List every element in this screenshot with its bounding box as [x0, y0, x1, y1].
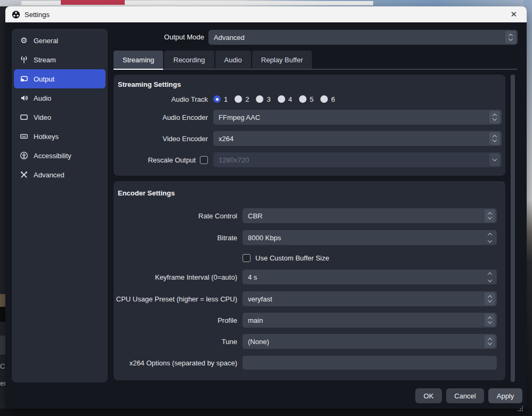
resize-grip[interactable] [518, 404, 523, 409]
sidebar-item-audio[interactable]: Audio [14, 88, 106, 108]
bitrate-label: Bitrate [114, 234, 237, 242]
bitrate-spinbox[interactable]: 8000 Kbps [243, 230, 497, 245]
radio-track-5[interactable] [299, 95, 307, 103]
tune-select[interactable]: (None) [243, 334, 497, 349]
radio-track-6[interactable] [320, 95, 328, 103]
close-button[interactable]: ✕ [507, 9, 520, 20]
tools-icon [20, 170, 28, 179]
chevron-down-icon [509, 36, 513, 40]
background-red-bar [61, 0, 125, 5]
chevron-up-icon [488, 272, 492, 276]
display-icon [20, 113, 28, 121]
sidebar-item-video[interactable]: Video [14, 108, 106, 127]
tab-audio[interactable]: Audio [215, 51, 251, 69]
bitrate-value: 8000 Kbps [243, 234, 483, 242]
desktop-background-bottom [0, 409, 532, 416]
radio-track-4[interactable] [278, 95, 285, 103]
radio-label: 1 [224, 95, 228, 103]
radio-label: 2 [245, 95, 249, 103]
x264-options-input[interactable] [243, 356, 497, 370]
encoder-settings-panel: Encoder Settings Rate Control CBR Bitrat… [114, 181, 505, 380]
sidebar-item-stream[interactable]: Stream [14, 50, 106, 69]
rescale-output-row: Rescale Output 1280x720 [114, 153, 502, 167]
section-title: Encoder Settings [114, 189, 505, 197]
radio-label: 5 [310, 95, 313, 103]
spin-buttons [483, 272, 497, 282]
combo-spinner [489, 111, 500, 124]
x264-options-cell [243, 356, 497, 370]
video-encoder-row: Video Encoder x264 [114, 132, 502, 145]
radio-track-2[interactable] [235, 95, 242, 103]
title-bar[interactable]: Settings ✕ [5, 6, 527, 22]
custom-buffer-checkbox[interactable] [243, 254, 251, 262]
output-mode-label: Output Mode [114, 33, 204, 41]
sidebar-item-label: Hotkeys [34, 133, 59, 141]
tab-recording[interactable]: Recording [164, 51, 214, 69]
tune-value: (None) [243, 338, 485, 346]
audio-encoder-select[interactable]: FFmpeg AAC [213, 110, 502, 125]
sidebar-item-general[interactable]: ⚙ General [14, 31, 106, 50]
combo-spinner [505, 31, 516, 44]
sidebar: ⚙ General Stream Output Audio [12, 29, 108, 382]
rescale-resolution-select[interactable]: 1280x720 [213, 152, 502, 167]
chevron-down-icon [488, 238, 492, 242]
rescale-output-text: Rescale Output [148, 156, 196, 164]
cpu-preset-select[interactable]: veryfast [243, 291, 497, 306]
chevron-down-icon [493, 157, 497, 161]
chevron-down-icon [488, 278, 492, 282]
obs-logo-icon [12, 10, 20, 19]
cpu-preset-value: veryfast [243, 295, 485, 303]
antenna-icon [20, 55, 28, 64]
combo-spinner [485, 314, 495, 327]
combo-spinner [489, 132, 500, 145]
output-mode-select[interactable]: Advanced [208, 30, 518, 45]
combo-spinner [485, 335, 495, 348]
sidebar-item-advanced[interactable]: Advanced [14, 165, 106, 184]
sidebar-item-label: Output [34, 75, 54, 83]
chevron-down-icon [488, 319, 492, 323]
tab-replay-buffer[interactable]: Replay Buffer [252, 51, 312, 69]
audio-track-row: Audio Track 1 2 3 4 5 6 [114, 94, 502, 104]
rate-control-row: Rate Control CBR [114, 209, 497, 223]
rescale-resolution-value: 1280x720 [213, 156, 489, 164]
sidebar-item-label: Advanced [34, 171, 65, 179]
vertical-scrollbar[interactable] [511, 75, 515, 382]
ok-button[interactable]: OK [415, 388, 442, 403]
sidebar-item-output[interactable]: Output [14, 69, 106, 88]
radio-track-3[interactable] [256, 95, 263, 103]
audio-track-radio-group: 1 2 3 4 5 6 [213, 95, 502, 103]
custom-buffer-row: Use Custom Buffer Size [114, 254, 497, 262]
tab-streaming[interactable]: Streaming [114, 51, 163, 70]
combo-dropdown [489, 153, 500, 166]
speaker-icon [20, 94, 28, 102]
settings-window: Settings ✕ ⚙ General Stream Output [5, 6, 527, 409]
x264-options-label: x264 Options (separated by space) [114, 359, 237, 367]
gear-icon: ⚙ [20, 36, 28, 45]
section-title: Streaming Settings [114, 80, 505, 88]
output-tab-bar: Streaming Recording Audio Replay Buffer [114, 51, 517, 70]
sidebar-item-label: Stream [34, 56, 56, 64]
profile-select[interactable]: main [243, 313, 497, 328]
accessibility-icon [20, 151, 28, 160]
rate-control-label: Rate Control [114, 212, 237, 220]
keyframe-interval-label: Keyframe Interval (0=auto) [114, 273, 237, 281]
cpu-preset-row: CPU Usage Preset (higher = less CPU) ver… [114, 292, 497, 306]
sidebar-item-accessibility[interactable]: Accessibility [14, 146, 106, 165]
video-encoder-select[interactable]: x264 [213, 131, 502, 146]
chevron-down-icon [488, 215, 492, 219]
rate-control-select[interactable]: CBR [243, 208, 497, 223]
cancel-button[interactable]: Cancel [446, 388, 484, 403]
custom-buffer-label: Use Custom Buffer Size [255, 254, 329, 262]
rescale-output-checkbox[interactable] [200, 156, 208, 164]
sidebar-item-hotkeys[interactable]: Hotkeys [14, 127, 106, 146]
apply-button[interactable]: Apply [488, 388, 522, 403]
profile-row: Profile main [114, 313, 497, 327]
rescale-output-label: Rescale Output [114, 156, 208, 164]
audio-encoder-label: Audio Encoder [114, 113, 208, 121]
keyframe-interval-spinbox[interactable]: 4 s [243, 270, 497, 284]
output-icon [20, 75, 28, 83]
radio-track-1[interactable] [213, 95, 221, 103]
dialog-body: ⚙ General Stream Output Audio [5, 22, 527, 409]
window-title: Settings [25, 11, 50, 19]
profile-value: main [243, 316, 485, 324]
